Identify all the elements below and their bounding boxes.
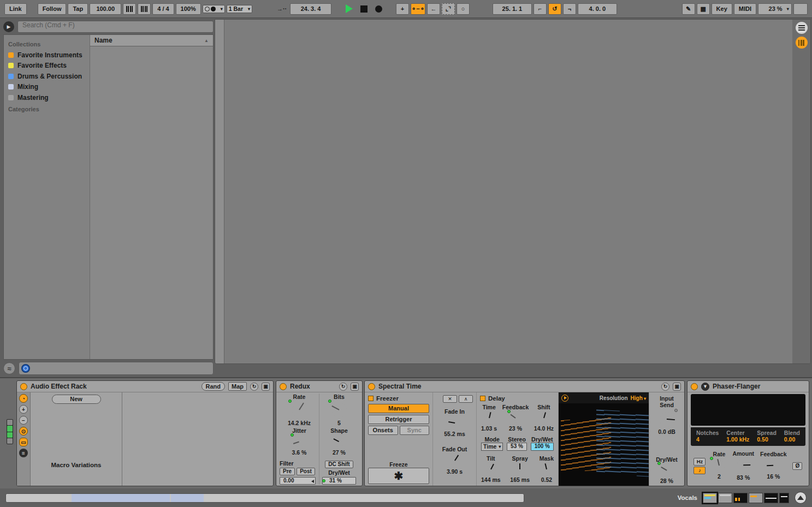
device-thumbnail-phaser[interactable] [779, 493, 789, 503]
sidebar-item-collection[interactable]: Favorite Instruments [4, 50, 90, 61]
rate-hz-button[interactable]: Hz [694, 458, 706, 466]
freezer-checkbox[interactable] [368, 396, 374, 401]
macro-state-toggle[interactable]: ▭ [19, 438, 28, 446]
bits-knob[interactable] [330, 401, 348, 419]
time-value[interactable]: 1.03 s [481, 425, 497, 432]
hot-swap-icon[interactable]: ↻ [250, 383, 258, 391]
freezer-onsets-button[interactable]: Onsets [368, 426, 398, 435]
feedback-value[interactable]: 23 % [509, 425, 522, 432]
nudge-up-button[interactable] [138, 3, 151, 15]
shape-knob[interactable] [332, 434, 346, 449]
device-on-button[interactable] [368, 383, 375, 390]
new-button[interactable]: + [396, 3, 409, 15]
key-map-button[interactable]: Key [712, 3, 732, 15]
rate-knob[interactable] [290, 401, 309, 419]
freezer-sync-button[interactable]: Sync [400, 426, 430, 435]
delay-checkbox[interactable] [480, 396, 485, 401]
overview-button[interactable] [796, 22, 808, 34]
new-variation-button[interactable]: New [52, 395, 101, 404]
record-button[interactable] [372, 3, 385, 15]
back-to-arrangement-button[interactable]: ← [427, 3, 440, 15]
center-value[interactable]: 1.00 kHz [726, 436, 749, 443]
stereo-field[interactable]: 53 % [507, 443, 527, 451]
notches-value[interactable]: 4 [696, 436, 719, 443]
device-on-button[interactable] [280, 383, 287, 390]
midi-map-button[interactable]: MIDI [734, 3, 756, 15]
hot-swap-icon[interactable]: ↻ [339, 383, 347, 391]
fade-in-knob[interactable] [447, 415, 462, 430]
play-button[interactable] [342, 3, 355, 15]
mode-dropdown[interactable]: Time [481, 443, 503, 451]
freezer-retrigger-button[interactable]: Retrigger [368, 415, 429, 424]
rate-sync-button[interactable]: ♪ [694, 467, 706, 474]
device-chain-overview[interactable] [703, 493, 789, 503]
freezer-manual-button[interactable]: Manual [368, 404, 429, 413]
rack-map-button[interactable]: Map [228, 382, 247, 391]
stop-button[interactable] [357, 3, 370, 15]
shift-knob[interactable] [537, 411, 550, 425]
groove-pool-button[interactable]: ≈ [3, 362, 15, 374]
fade-in-value[interactable]: 55.2 ms [444, 431, 465, 437]
cpu-meter[interactable]: 23 %▾ [758, 3, 792, 15]
sidebar-item-collection[interactable]: Mastering [4, 92, 90, 103]
loop-button[interactable]: ↺ [548, 3, 561, 15]
crossfade-x-button[interactable]: ✕ [443, 395, 457, 403]
feedback-knob[interactable] [509, 411, 523, 425]
rate-value[interactable]: 14.2 kHz [288, 420, 311, 426]
bits-value[interactable]: 5 [337, 420, 341, 426]
hot-swap-icon[interactable]: ↻ [661, 383, 669, 391]
input-send-knob[interactable] [657, 410, 676, 428]
time-knob[interactable] [482, 411, 496, 425]
arrangement-position-field[interactable]: 24. 3. 4 [290, 3, 331, 15]
loop-length-field[interactable]: 4. 0. 0 [578, 3, 617, 15]
session-record-button[interactable]: ○ [457, 3, 470, 15]
browser-name-header[interactable]: Name▲ [90, 35, 213, 46]
spectrogram-display[interactable]: ResolutionHigh [559, 392, 649, 486]
phase-invert-button[interactable]: Ø [792, 462, 802, 470]
rate-knob[interactable] [712, 458, 726, 473]
shape-value[interactable]: 27 % [333, 449, 346, 456]
fade-out-value[interactable]: 3.90 s [447, 468, 463, 475]
computer-midi-keyboard-button[interactable]: ▦ [697, 3, 710, 15]
filter-freq-field[interactable]: 0.00 [280, 477, 316, 485]
punch-out-button[interactable]: ¬ [563, 3, 576, 15]
horizontal-scrollbar[interactable] [5, 493, 524, 503]
browser-collapse-button[interactable]: ▶ [3, 21, 14, 32]
save-preset-icon[interactable]: ▣ [351, 383, 359, 391]
jitter-knob[interactable] [292, 434, 306, 449]
time-signature-field[interactable]: 4 / 4 [152, 3, 174, 15]
macro-knobs-toggle[interactable]: ◔ [19, 394, 28, 403]
amount-knob[interactable] [735, 457, 751, 474]
freeze-button[interactable]: ✱ [368, 468, 429, 484]
sidebar-item-collection[interactable]: Favorite Effects [4, 61, 90, 71]
spray-value[interactable]: 165 ms [510, 476, 530, 483]
dry-wet-field[interactable]: 100 % [531, 443, 554, 451]
save-preset-icon[interactable]: ▣ [673, 383, 681, 391]
draw-mode-button[interactable]: ✎ [682, 3, 695, 15]
rack-rand-button[interactable]: Rand [201, 382, 226, 391]
show-hide-device-view-button[interactable] [795, 492, 807, 504]
device-thumbnail-spectral[interactable] [733, 493, 748, 503]
device-thumbnail-eq[interactable] [764, 493, 778, 503]
mixer-show-button[interactable] [796, 37, 808, 49]
jitter-value[interactable]: 3.6 % [292, 449, 307, 456]
quantization-menu[interactable]: 1 Bar [227, 5, 252, 13]
shift-value[interactable]: 14.0 Hz [534, 425, 554, 432]
variation-camera-toggle[interactable]: ⊙ [19, 427, 28, 436]
search-input[interactable]: Search (Cmd + F) [17, 21, 214, 33]
midi-overdub-button[interactable]: ⚬−⚬ [411, 3, 425, 15]
crossfade-peak-button[interactable]: ∧ [459, 395, 473, 403]
nudge-down-button[interactable] [123, 3, 136, 15]
metronome-button[interactable] [203, 5, 225, 13]
link-button[interactable]: Link [4, 3, 27, 15]
follow-playback-icon[interactable]: →·· [275, 3, 288, 15]
filter-pre-button[interactable]: Pre [280, 468, 295, 475]
draw-grid-button[interactable]: ⌞⌝ [442, 3, 455, 15]
help-globe-icon[interactable] [21, 364, 30, 373]
tilt-knob[interactable] [484, 462, 497, 476]
spread-value[interactable]: 0.50 [757, 436, 777, 443]
tempo-field[interactable]: 100.00 [90, 3, 121, 15]
device-thumbnail-redux[interactable] [718, 493, 732, 503]
mask-knob[interactable] [540, 462, 553, 476]
dc-shift-button[interactable]: DC Shift [325, 461, 353, 468]
